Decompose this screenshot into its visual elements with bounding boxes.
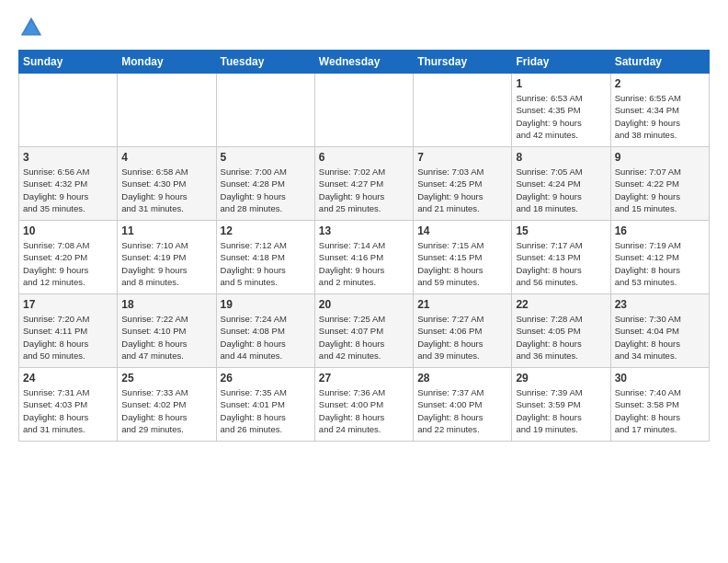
day-info: Sunrise: 7:08 AM Sunset: 4:20 PM Dayligh…	[23, 239, 113, 288]
day-info: Sunrise: 7:33 AM Sunset: 4:02 PM Dayligh…	[121, 386, 211, 435]
day-header-thursday: Thursday	[414, 51, 512, 74]
calendar-cell: 12Sunrise: 7:12 AM Sunset: 4:18 PM Dayli…	[216, 221, 314, 294]
day-info: Sunrise: 7:25 AM Sunset: 4:07 PM Dayligh…	[319, 313, 409, 362]
calendar-week-4: 24Sunrise: 7:31 AM Sunset: 4:03 PM Dayli…	[19, 368, 710, 442]
day-header-monday: Monday	[118, 51, 216, 74]
day-number: 8	[516, 151, 606, 164]
day-number: 13	[319, 224, 409, 237]
day-info: Sunrise: 7:14 AM Sunset: 4:16 PM Dayligh…	[319, 239, 409, 288]
calendar-cell: 8Sunrise: 7:05 AM Sunset: 4:24 PM Daylig…	[512, 147, 610, 221]
day-info: Sunrise: 7:17 AM Sunset: 4:13 PM Dayligh…	[516, 239, 606, 288]
day-info: Sunrise: 7:30 AM Sunset: 4:04 PM Dayligh…	[615, 313, 705, 362]
calendar-cell: 14Sunrise: 7:15 AM Sunset: 4:15 PM Dayli…	[414, 221, 512, 294]
calendar-cell	[118, 74, 216, 147]
day-info: Sunrise: 7:10 AM Sunset: 4:19 PM Dayligh…	[121, 239, 211, 288]
day-number: 28	[417, 372, 507, 385]
day-number: 5	[221, 151, 311, 164]
day-number: 21	[417, 298, 507, 311]
calendar-cell: 3Sunrise: 6:56 AM Sunset: 4:32 PM Daylig…	[19, 147, 118, 221]
calendar-cell	[314, 74, 413, 147]
day-number: 26	[221, 372, 311, 385]
day-number: 20	[319, 298, 409, 311]
day-number: 12	[221, 224, 311, 237]
calendar-cell: 16Sunrise: 7:19 AM Sunset: 4:12 PM Dayli…	[610, 221, 709, 294]
calendar-week-3: 17Sunrise: 7:20 AM Sunset: 4:11 PM Dayli…	[19, 294, 710, 368]
day-number: 10	[23, 224, 113, 237]
calendar-cell	[414, 74, 512, 147]
calendar-cell: 29Sunrise: 7:39 AM Sunset: 3:59 PM Dayli…	[512, 368, 610, 442]
calendar-cell: 19Sunrise: 7:24 AM Sunset: 4:08 PM Dayli…	[216, 294, 314, 368]
calendar-cell: 13Sunrise: 7:14 AM Sunset: 4:16 PM Dayli…	[314, 221, 413, 294]
day-number: 14	[417, 224, 507, 237]
page-container: SundayMondayTuesdayWednesdayThursdayFrid…	[0, 0, 728, 451]
day-header-friday: Friday	[512, 51, 610, 74]
day-info: Sunrise: 6:58 AM Sunset: 4:30 PM Dayligh…	[121, 166, 211, 214]
calendar-week-1: 3Sunrise: 6:56 AM Sunset: 4:32 PM Daylig…	[19, 147, 710, 221]
calendar-cell: 20Sunrise: 7:25 AM Sunset: 4:07 PM Dayli…	[314, 294, 413, 368]
day-number: 4	[121, 151, 211, 164]
day-header-saturday: Saturday	[610, 51, 709, 74]
day-info: Sunrise: 7:03 AM Sunset: 4:25 PM Dayligh…	[417, 166, 507, 214]
day-number: 3	[23, 151, 113, 164]
page-header	[18, 15, 710, 40]
day-header-tuesday: Tuesday	[216, 51, 314, 74]
calendar-week-0: 1Sunrise: 6:53 AM Sunset: 4:35 PM Daylig…	[19, 74, 710, 147]
calendar-cell: 9Sunrise: 7:07 AM Sunset: 4:22 PM Daylig…	[610, 147, 709, 221]
day-info: Sunrise: 7:35 AM Sunset: 4:01 PM Dayligh…	[221, 386, 311, 435]
day-info: Sunrise: 7:12 AM Sunset: 4:18 PM Dayligh…	[221, 239, 311, 288]
calendar-cell: 27Sunrise: 7:36 AM Sunset: 4:00 PM Dayli…	[314, 368, 413, 442]
day-number: 11	[121, 224, 211, 237]
calendar-week-2: 10Sunrise: 7:08 AM Sunset: 4:20 PM Dayli…	[19, 221, 710, 294]
day-header-sunday: Sunday	[19, 51, 118, 74]
calendar-cell: 10Sunrise: 7:08 AM Sunset: 4:20 PM Dayli…	[19, 221, 118, 294]
day-info: Sunrise: 6:56 AM Sunset: 4:32 PM Dayligh…	[23, 166, 113, 214]
day-info: Sunrise: 7:37 AM Sunset: 4:00 PM Dayligh…	[417, 386, 507, 435]
calendar-cell: 11Sunrise: 7:10 AM Sunset: 4:19 PM Dayli…	[118, 221, 216, 294]
day-number: 19	[221, 298, 311, 311]
day-number: 16	[615, 224, 705, 237]
day-number: 25	[121, 372, 211, 385]
logo	[18, 15, 48, 40]
calendar-cell: 30Sunrise: 7:40 AM Sunset: 3:58 PM Dayli…	[610, 368, 709, 442]
day-number: 18	[121, 298, 211, 311]
day-info: Sunrise: 7:02 AM Sunset: 4:27 PM Dayligh…	[319, 166, 409, 214]
day-number: 7	[417, 151, 507, 164]
calendar-cell: 22Sunrise: 7:28 AM Sunset: 4:05 PM Dayli…	[512, 294, 610, 368]
calendar-cell	[216, 74, 314, 147]
calendar-cell: 25Sunrise: 7:33 AM Sunset: 4:02 PM Dayli…	[118, 368, 216, 442]
calendar-cell: 5Sunrise: 7:00 AM Sunset: 4:28 PM Daylig…	[216, 147, 314, 221]
day-header-wednesday: Wednesday	[314, 51, 413, 74]
day-number: 17	[23, 298, 113, 311]
day-number: 29	[516, 372, 606, 385]
calendar-cell: 17Sunrise: 7:20 AM Sunset: 4:11 PM Dayli…	[19, 294, 118, 368]
day-number: 9	[615, 151, 705, 164]
day-info: Sunrise: 7:28 AM Sunset: 4:05 PM Dayligh…	[516, 313, 606, 362]
day-info: Sunrise: 7:40 AM Sunset: 3:58 PM Dayligh…	[615, 386, 705, 435]
calendar-cell: 18Sunrise: 7:22 AM Sunset: 4:10 PM Dayli…	[118, 294, 216, 368]
calendar-cell: 2Sunrise: 6:55 AM Sunset: 4:34 PM Daylig…	[610, 74, 709, 147]
day-info: Sunrise: 7:15 AM Sunset: 4:15 PM Dayligh…	[417, 239, 507, 288]
day-info: Sunrise: 7:05 AM Sunset: 4:24 PM Dayligh…	[516, 166, 606, 214]
day-info: Sunrise: 6:53 AM Sunset: 4:35 PM Dayligh…	[516, 92, 606, 141]
calendar-table: SundayMondayTuesdayWednesdayThursdayFrid…	[18, 50, 710, 442]
calendar-header-row: SundayMondayTuesdayWednesdayThursdayFrid…	[19, 51, 710, 74]
calendar-cell: 23Sunrise: 7:30 AM Sunset: 4:04 PM Dayli…	[610, 294, 709, 368]
calendar-cell: 24Sunrise: 7:31 AM Sunset: 4:03 PM Dayli…	[19, 368, 118, 442]
logo-icon	[18, 15, 44, 40]
day-info: Sunrise: 7:27 AM Sunset: 4:06 PM Dayligh…	[417, 313, 507, 362]
day-number: 24	[23, 372, 113, 385]
day-info: Sunrise: 7:31 AM Sunset: 4:03 PM Dayligh…	[23, 386, 113, 435]
calendar-cell: 15Sunrise: 7:17 AM Sunset: 4:13 PM Dayli…	[512, 221, 610, 294]
calendar-cell	[19, 74, 118, 147]
calendar-cell: 4Sunrise: 6:58 AM Sunset: 4:30 PM Daylig…	[118, 147, 216, 221]
day-info: Sunrise: 7:39 AM Sunset: 3:59 PM Dayligh…	[516, 386, 606, 435]
day-info: Sunrise: 7:07 AM Sunset: 4:22 PM Dayligh…	[615, 166, 705, 214]
day-info: Sunrise: 6:55 AM Sunset: 4:34 PM Dayligh…	[615, 92, 705, 141]
day-info: Sunrise: 7:22 AM Sunset: 4:10 PM Dayligh…	[121, 313, 211, 362]
calendar-cell: 1Sunrise: 6:53 AM Sunset: 4:35 PM Daylig…	[512, 74, 610, 147]
day-number: 23	[615, 298, 705, 311]
day-number: 30	[615, 372, 705, 385]
day-info: Sunrise: 7:00 AM Sunset: 4:28 PM Dayligh…	[221, 166, 311, 214]
calendar-cell: 21Sunrise: 7:27 AM Sunset: 4:06 PM Dayli…	[414, 294, 512, 368]
calendar-cell: 26Sunrise: 7:35 AM Sunset: 4:01 PM Dayli…	[216, 368, 314, 442]
